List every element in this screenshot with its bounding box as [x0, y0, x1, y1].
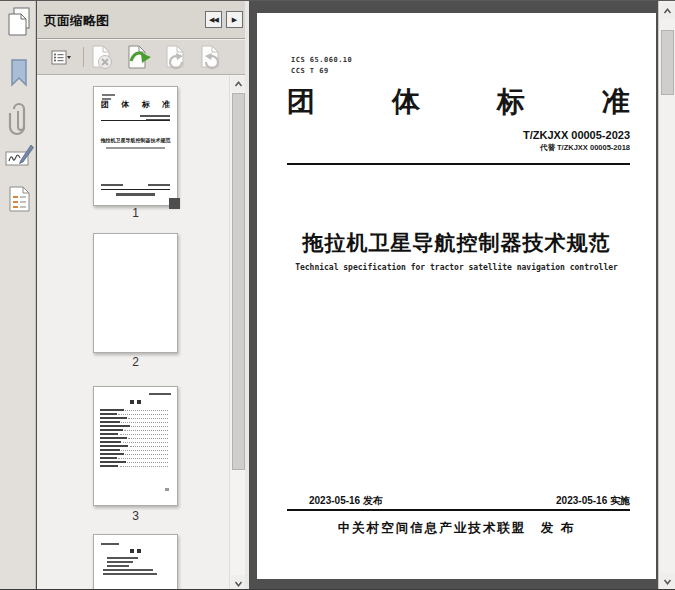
extract-page-icon — [127, 45, 153, 71]
toc-row — [100, 465, 171, 469]
page-number-label: 1 — [93, 206, 178, 220]
panel-header: 页面缩略图 ◀◀ ▶ — [37, 1, 245, 39]
thumbnail-list: 团体标准 拖拉机卫星导航控制器技术规范 1 2 — [37, 76, 245, 590]
chevron-down-icon — [663, 577, 672, 586]
text-line-bar — [103, 569, 153, 571]
thumbnails-panel: 页面缩略图 ◀◀ ▶ — [37, 1, 245, 590]
options-menu-button[interactable] — [43, 44, 79, 71]
scroll-up-button[interactable] — [660, 3, 675, 19]
text-line-bar — [107, 565, 129, 567]
rotate-right-button[interactable] — [198, 44, 225, 71]
right-arrow-icon: ▶ — [232, 16, 237, 24]
mini-standard-no-bar — [149, 393, 171, 395]
publisher-line: 中关村空间信息产业技术联盟 发 布 — [257, 520, 656, 537]
delete-page-button[interactable] — [89, 44, 116, 71]
thumbnail-page-3[interactable] — [93, 386, 178, 506]
header-rule — [287, 163, 630, 165]
mini-rule — [101, 189, 170, 190]
mini-date-bars — [101, 184, 170, 186]
rotate-left-icon — [164, 45, 189, 71]
pages-panel-button[interactable] — [4, 5, 34, 37]
scroll-down-button[interactable] — [660, 573, 675, 589]
mini-standard-type: 团体标准 — [101, 101, 170, 109]
signature-icon — [5, 142, 34, 172]
page-number-label: 3 — [93, 509, 178, 523]
mini-title: 拖拉机卫星导航控制器技术规范 — [94, 137, 177, 143]
thumbnail-page-2[interactable] — [93, 233, 178, 353]
attachments-panel-button[interactable] — [4, 99, 34, 141]
collapse-panel-button[interactable]: ◀◀ — [205, 11, 222, 28]
date-row: 2023-05-16 发布 2023-05-16 实施 — [287, 494, 630, 508]
panel-title: 页面缩略图 — [44, 12, 109, 30]
ics-classification: ICS 65.060.10 CCS T 69 — [291, 55, 352, 77]
chevron-up-icon — [663, 7, 672, 16]
ccs-line: CCS T 69 — [291, 66, 352, 77]
sidebar-rail — [0, 1, 36, 590]
mini-rule — [101, 120, 170, 121]
document-page: ICS 65.060.10 CCS T 69 团体标准 T/ZKJXX 0000… — [257, 13, 656, 579]
implementation-date: 2023-05-16 实施 — [556, 494, 630, 508]
toolbar-separator — [83, 47, 84, 67]
delete-page-icon — [90, 45, 115, 71]
options-list-icon — [51, 50, 71, 66]
thumbnail-page-1[interactable]: 团体标准 拖拉机卫星导航控制器技术规范 — [93, 86, 178, 206]
chevron-down-icon — [234, 579, 243, 588]
paperclip-icon — [7, 100, 31, 140]
text-line-bar — [107, 561, 133, 563]
mini-text-bar — [101, 543, 119, 545]
bookmarks-panel-button[interactable] — [4, 57, 34, 89]
mini-text-lines — [103, 557, 171, 577]
standard-type-heading: 团体标准 — [287, 83, 630, 121]
document-list-icon — [8, 185, 31, 213]
text-line-bar — [103, 573, 157, 575]
comments-panel-button[interactable] — [4, 183, 34, 215]
scroll-up-button[interactable] — [231, 76, 245, 92]
ics-line: ICS 65.060.10 — [291, 55, 352, 66]
footer-rule — [287, 509, 630, 511]
expand-panel-button[interactable]: ▶ — [226, 11, 243, 28]
mini-heading — [94, 549, 177, 553]
mini-toc-heading — [94, 400, 177, 404]
scroll-down-button[interactable] — [231, 575, 245, 590]
text-line-bar — [107, 557, 138, 559]
rotate-left-button[interactable] — [163, 44, 190, 71]
pdf-viewer-window: 页面缩略图 ◀◀ ▶ — [0, 0, 675, 590]
signatures-panel-button[interactable] — [4, 141, 34, 173]
mini-publisher-bar — [116, 193, 155, 196]
replaces-note: 代替 T/ZKJXX 00005-2018 — [540, 143, 630, 153]
panel-scrollbar[interactable] — [229, 76, 245, 590]
scrollbar-thumb[interactable] — [661, 30, 674, 95]
thumbnail-toolbar — [37, 40, 245, 75]
chevron-up-icon — [234, 80, 243, 89]
thumbnail-page-4[interactable] — [93, 534, 178, 590]
scrollbar-thumb[interactable] — [232, 93, 245, 470]
double-left-arrow-icon: ◀◀ — [209, 16, 218, 24]
document-scrollbar[interactable] — [658, 1, 675, 590]
document-title: 拖拉机卫星导航控制器技术规范 — [257, 229, 656, 257]
bookmark-icon — [7, 57, 31, 89]
extract-page-button[interactable] — [126, 44, 153, 71]
issue-date: 2023-05-16 发布 — [309, 494, 383, 508]
mini-toc-rows — [100, 409, 171, 469]
pages-icon — [6, 6, 33, 37]
mini-title-en-bar — [106, 147, 165, 149]
mini-page-number-bar — [165, 488, 169, 491]
standard-number: T/ZKJXX 00005-2023 — [523, 129, 630, 141]
document-title-english: Technical specification for tractor sate… — [257, 263, 656, 272]
document-view: ICS 65.060.10 CCS T 69 团体标准 T/ZKJXX 0000… — [249, 1, 658, 590]
rotate-right-icon — [199, 45, 224, 71]
page-number-label: 2 — [93, 355, 178, 369]
